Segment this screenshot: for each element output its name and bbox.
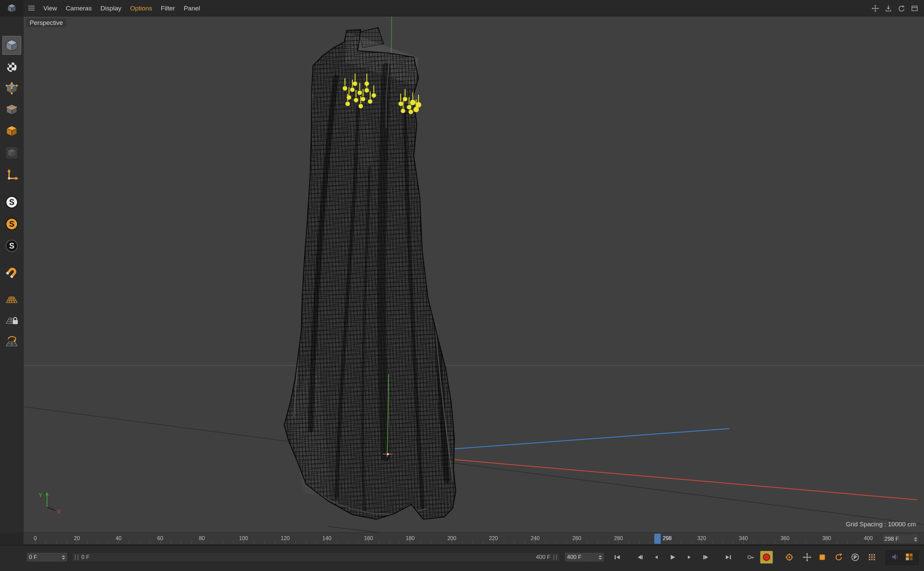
ruler-tick: 80 (199, 536, 205, 542)
previous-frame-button[interactable] (650, 552, 662, 562)
record-parameter-icon[interactable]: P (849, 552, 861, 562)
model-mode-icon[interactable] (2, 36, 21, 55)
end-frame-field[interactable]: 400 F (565, 552, 604, 562)
point-mode-icon[interactable] (2, 79, 21, 98)
menu-panel[interactable]: Panel (179, 0, 205, 17)
solo-off-glyph: S (9, 198, 14, 207)
goto-start-button[interactable] (611, 552, 623, 562)
ruler-tick: 100 (239, 536, 248, 542)
keyframe-selection-icon[interactable] (783, 552, 795, 562)
cube-app-icon (7, 3, 17, 13)
goto-end-button[interactable] (722, 552, 734, 562)
ruler-tick: 280 (614, 536, 623, 542)
texture-mode-icon[interactable] (2, 58, 21, 77)
ruler-tick: 60 (157, 536, 163, 542)
next-frame-button[interactable] (683, 552, 695, 562)
gizmo-y-label: Y (39, 492, 42, 498)
ruler-tick: 320 (697, 536, 706, 542)
frame-range-slider[interactable]: 0 F 400 F (72, 552, 560, 562)
solo-single-glyph: S (9, 220, 14, 229)
viewport-menu-icon[interactable] (23, 0, 39, 17)
axis-gizmo: Y X (39, 492, 61, 515)
start-frame-value: 0 F (29, 554, 37, 560)
ruler-tick: 20 (74, 536, 80, 542)
start-frame-stepper[interactable] (60, 555, 65, 560)
ruler-tick: 340 (739, 536, 748, 542)
world-grid (23, 17, 924, 532)
ruler-tick: 160 (364, 536, 373, 542)
ruler-tick: 120 (281, 536, 290, 542)
range-end-label: 400 F (536, 554, 551, 560)
record-rotation-icon[interactable] (833, 552, 845, 562)
scene-render: Y X (23, 17, 924, 532)
current-frame-field-value: 298 F (884, 536, 899, 542)
download-view-icon[interactable] (884, 5, 892, 12)
cinema4d-window: View Cameras Display Options Filter Pane… (0, 0, 924, 571)
menu-options[interactable]: Options (126, 0, 156, 17)
viewport-name-menu[interactable]: Perspective (26, 19, 66, 27)
end-frame-stepper[interactable] (597, 555, 602, 560)
edge-mode-icon[interactable] (2, 100, 21, 119)
toggle-panel-icon[interactable] (910, 5, 919, 12)
tweak-mode-icon[interactable] (2, 144, 21, 162)
previous-key-button[interactable] (634, 552, 646, 562)
record-active-objects-button[interactable] (745, 552, 757, 562)
solo-hierarchy-icon[interactable]: S (2, 236, 21, 255)
ruler-tick: 400 (864, 536, 873, 542)
timeline-ruler[interactable]: 0 20 40 60 80 100 120 140 160 180 200 22… (23, 532, 924, 545)
next-key-button[interactable] (700, 552, 712, 562)
pan-view-icon[interactable] (871, 5, 879, 12)
current-frame-marker[interactable] (654, 534, 661, 544)
ruler-tick: 240 (531, 536, 540, 542)
viewport-canvas[interactable]: Y X Perspective Grid Spacing : 10000 cm (23, 17, 924, 532)
play-sound-icon[interactable] (891, 552, 899, 563)
solo-hierarchy-glyph: S (9, 241, 14, 251)
viewport-window-controls (871, 0, 919, 17)
record-scale-icon[interactable] (816, 552, 828, 562)
solo-off-icon[interactable]: S (2, 193, 21, 211)
play-button[interactable] (667, 552, 679, 562)
workplane-icon[interactable] (2, 290, 21, 308)
gizmo-x-label: X (57, 509, 61, 515)
range-end-grip[interactable] (554, 554, 557, 560)
grid-spacing-label: Grid Spacing : 10000 cm (846, 521, 916, 528)
menu-display[interactable]: Display (96, 0, 126, 17)
menu-filter[interactable]: Filter (157, 0, 179, 17)
record-pla-icon[interactable] (866, 552, 878, 562)
ruler-tick: 360 (781, 536, 790, 542)
grid-line-near (327, 526, 467, 532)
range-start-label: 0 F (81, 554, 89, 560)
autokeying-button[interactable] (760, 551, 773, 563)
end-frame-value: 400 F (567, 554, 582, 560)
autokey-record-icon (763, 554, 770, 561)
sync-view-icon[interactable] (898, 5, 905, 12)
polygon-mode-icon[interactable] (2, 122, 21, 140)
ruler-tick: 220 (489, 536, 498, 542)
ruler-tick: 180 (406, 536, 415, 542)
enable-snap-icon[interactable] (2, 263, 21, 282)
frame-field-stepper[interactable] (912, 537, 917, 542)
lock-workplane-icon[interactable] (2, 311, 21, 330)
current-frame-label: 298 (663, 536, 672, 542)
mode-toolbar: S S S (0, 17, 23, 532)
record-position-icon[interactable] (801, 552, 813, 562)
x-axis-line (387, 454, 917, 500)
enable-axis-icon[interactable] (2, 165, 21, 184)
ruler-tick: 260 (572, 536, 582, 542)
solo-single-icon[interactable]: S (2, 215, 21, 233)
range-start-grip[interactable] (75, 554, 78, 560)
ruler-tick: 140 (322, 536, 332, 542)
ruler-tick: 200 (447, 536, 457, 542)
parameter-glyph: P (853, 554, 856, 560)
grid-line (23, 407, 924, 525)
current-frame-field[interactable]: 298 F (882, 534, 919, 544)
ruler-tick: 380 (822, 536, 831, 542)
timeline-extra-toggles (885, 551, 919, 565)
ruler-tick: 40 (116, 536, 122, 542)
preview-grid-icon[interactable] (905, 552, 913, 563)
start-frame-field[interactable]: 0 F (26, 552, 68, 562)
menu-cameras[interactable]: Cameras (62, 0, 96, 17)
align-workplane-icon[interactable] (2, 333, 21, 351)
menu-view[interactable]: View (39, 0, 62, 17)
ruler-tick: 0 (34, 536, 37, 542)
